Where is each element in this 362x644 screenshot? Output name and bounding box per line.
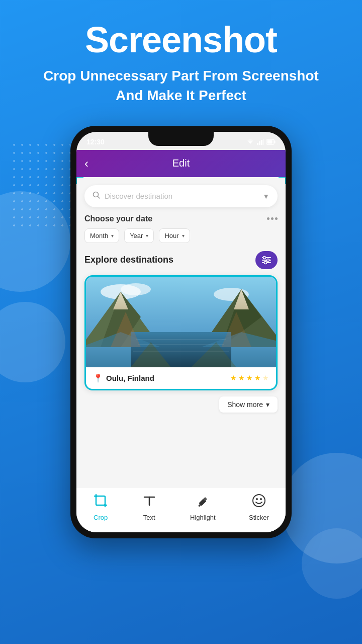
subtitle-line2: And Make It Perfect <box>116 88 246 103</box>
back-button[interactable]: ‹ <box>84 156 88 171</box>
date-header: Choose your date <box>84 214 278 223</box>
filter-dropdown-icon[interactable]: ▼ <box>262 192 269 200</box>
svg-point-45 <box>253 495 265 507</box>
phone-notch <box>148 132 214 146</box>
svg-rect-3 <box>263 139 264 145</box>
svg-rect-5 <box>275 140 276 143</box>
svg-point-12 <box>263 256 266 259</box>
date-title: Choose your date <box>84 214 152 223</box>
landscape-scene <box>86 277 276 367</box>
year-label: Year <box>130 232 143 239</box>
date-options-dots[interactable] <box>267 217 278 220</box>
date-selectors: Month ▾ Year ▾ Hour ▾ <box>84 228 278 243</box>
month-selector[interactable]: Month ▾ <box>84 228 119 243</box>
sliders-icon <box>261 256 272 265</box>
svg-line-8 <box>98 196 100 198</box>
dot-3 <box>275 217 278 220</box>
dot-1 <box>267 217 269 220</box>
crop-label: Crop <box>94 514 108 521</box>
subtitle: Crop Unnecessary Part From Screenshot An… <box>20 66 342 105</box>
location-pin-icon: 📍 <box>93 373 103 383</box>
phone-container: 12:30 <box>0 126 362 538</box>
year-arrow-icon: ▾ <box>146 233 148 238</box>
explore-title: Explore destinations <box>84 255 173 265</box>
svg-point-46 <box>256 498 258 500</box>
hour-label: Hour <box>164 232 178 239</box>
app-content: Discover destination ▼ Choose your date <box>76 177 286 532</box>
app-bar-title: Edit <box>172 157 190 169</box>
signal-icon <box>257 139 264 145</box>
phone-screen: 12:30 <box>76 132 286 532</box>
star-4: ★ <box>254 374 261 382</box>
search-placeholder: Discover destination <box>105 192 262 200</box>
battery-icon <box>266 139 276 145</box>
show-more-row: Show more ▾ <box>76 392 286 417</box>
card-info: 📍 Oulu, Finland ★ ★ ★ ★ ★ <box>86 367 276 389</box>
explore-section: Explore destinations <box>76 247 286 273</box>
highlight-icon <box>195 493 210 512</box>
toolbar-item-text[interactable]: Text <box>142 493 157 521</box>
status-time: 12:30 <box>86 138 105 146</box>
card-image <box>86 277 276 367</box>
sticker-label: Sticker <box>249 514 269 521</box>
svg-rect-35 <box>96 496 105 505</box>
header-section: Screenshot Crop Unnecessary Part From Sc… <box>0 0 362 116</box>
month-label: Month <box>90 232 108 239</box>
app-bar: ‹ Edit <box>76 150 286 177</box>
highlight-label: Highlight <box>190 514 216 521</box>
main-title: Screenshot <box>20 20 342 60</box>
hour-arrow-icon: ▾ <box>182 233 185 238</box>
show-more-arrow-icon: ▾ <box>266 400 269 409</box>
svg-point-17 <box>121 283 151 295</box>
bottom-toolbar: Crop Text <box>76 487 286 532</box>
show-more-label: Show more <box>227 400 263 409</box>
toolbar-item-crop[interactable]: Crop <box>93 493 108 521</box>
search-bar[interactable]: Discover destination ▼ <box>84 185 278 207</box>
show-more-button[interactable]: Show more ▾ <box>219 396 278 413</box>
svg-rect-2 <box>261 140 262 145</box>
toolbar-item-highlight[interactable]: Highlight <box>190 493 216 521</box>
dot-2 <box>271 217 274 220</box>
status-icons <box>246 139 276 145</box>
hour-selector[interactable]: Hour ▾ <box>159 228 190 243</box>
phone-mockup: 12:30 <box>70 126 292 538</box>
svg-point-14 <box>264 261 267 264</box>
search-icon <box>93 191 101 201</box>
svg-rect-6 <box>267 140 273 143</box>
star-5: ★ <box>262 374 269 382</box>
filter-button[interactable] <box>255 251 278 269</box>
star-2: ★ <box>238 374 245 382</box>
location-name: Oulu, Finland <box>106 374 154 382</box>
subtitle-line1: Crop Unnecessary Part From Screenshot <box>43 68 319 84</box>
date-section: Choose your date Month ▾ Y <box>76 207 286 247</box>
text-label: Text <box>143 514 155 521</box>
star-1: ★ <box>230 374 237 382</box>
text-icon <box>142 493 157 512</box>
year-selector[interactable]: Year ▾ <box>124 228 154 243</box>
svg-point-13 <box>267 259 269 261</box>
destination-card[interactable]: 📍 Oulu, Finland ★ ★ ★ ★ ★ <box>84 275 278 390</box>
svg-point-47 <box>260 498 262 500</box>
crop-icon <box>93 493 108 512</box>
toolbar-item-sticker[interactable]: Sticker <box>249 493 269 521</box>
wifi-icon <box>246 139 254 145</box>
svg-rect-0 <box>257 143 258 145</box>
sticker-icon <box>251 493 266 512</box>
svg-rect-1 <box>259 141 260 145</box>
card-stars: ★ ★ ★ ★ ★ <box>230 374 269 382</box>
star-3: ★ <box>246 374 253 382</box>
card-location: 📍 Oulu, Finland <box>93 373 154 383</box>
month-arrow-icon: ▾ <box>111 233 114 238</box>
